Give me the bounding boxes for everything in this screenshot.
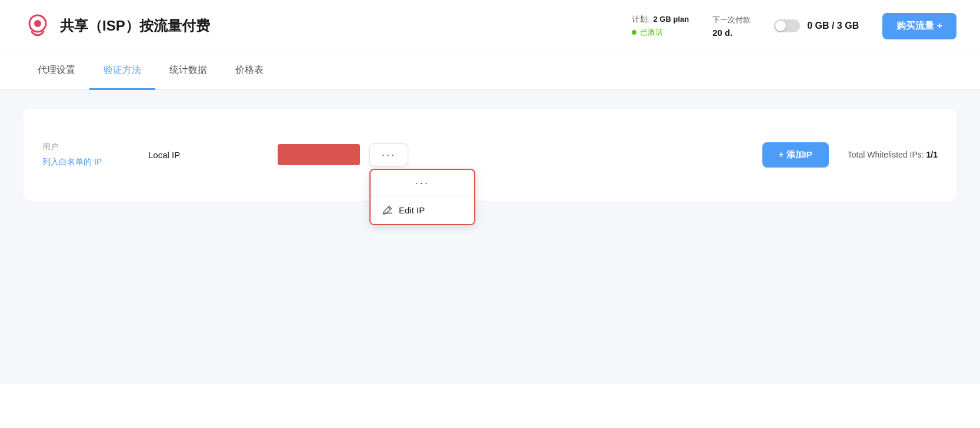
add-ip-button[interactable]: + 添加IP [762,142,829,168]
left-section: 用户 列入白名单的 IP [42,142,148,168]
ip-value-block [278,144,360,165]
main-card: 用户 列入白名单的 IP Local IP ··· ··· [24,109,956,200]
tab-stats[interactable]: 统计数据 [155,52,221,90]
next-payment-info: 下一次付款 20 d. [712,15,751,38]
dropdown-wrapper: ··· ··· [369,143,408,166]
dropdown-dots-row: ··· [371,170,474,197]
status-badge: 已激活 [632,27,689,38]
edit-icon [382,205,393,216]
whitelisted-ips-link[interactable]: 列入白名单的 IP [42,157,148,168]
total-whitelisted: Total Whitelisted IPs: 1/1 [848,150,938,159]
edit-ip-menu-item[interactable]: Edit IP [371,197,474,224]
plan-info: 计划: 2 GB plan 已激活 [632,14,689,38]
tab-pricing[interactable]: 价格表 [221,52,278,90]
svg-rect-2 [383,212,392,213]
logo-area: 共享（ISP）按流量付费 [24,12,210,40]
page-wrapper: 共享（ISP）按流量付费 计划: 2 GB plan 已激活 下一次付款 20 … [0,0,980,428]
header-meta: 计划: 2 GB plan 已激活 下一次付款 20 d. 0 GB / 3 G… [632,13,956,39]
page-title: 共享（ISP）按流量付费 [60,16,210,35]
local-ip-label: Local IP [148,150,278,160]
tabs-bar: 代理设置 验证方法 统计数据 价格表 [0,52,980,90]
table-row: 用户 列入白名单的 IP Local IP ··· ··· [42,128,938,182]
edit-ip-label: Edit IP [399,205,425,215]
buy-traffic-button[interactable]: 购买流量 + [882,13,956,39]
svg-point-1 [34,20,41,27]
right-meta-group: + 添加IP Total Whitelisted IPs: 1/1 [762,142,938,168]
tab-auth-method[interactable]: 验证方法 [89,52,155,90]
user-label: 用户 [42,142,148,152]
three-dots-button[interactable]: ··· [369,143,408,166]
content-area: 用户 列入白名单的 IP Local IP ··· ··· [0,90,980,384]
bandwidth-toggle[interactable] [774,19,800,32]
tab-proxy-settings[interactable]: 代理设置 [24,52,89,90]
dropdown-menu: ··· Edit IP [369,169,475,225]
plan-label: 计划: 2 GB plan [632,14,689,25]
header: 共享（ISP）按流量付费 计划: 2 GB plan 已激活 下一次付款 20 … [0,0,980,52]
logo-icon [24,12,52,40]
bandwidth-info: 0 GB / 3 GB [774,19,859,32]
status-dot [632,30,636,35]
